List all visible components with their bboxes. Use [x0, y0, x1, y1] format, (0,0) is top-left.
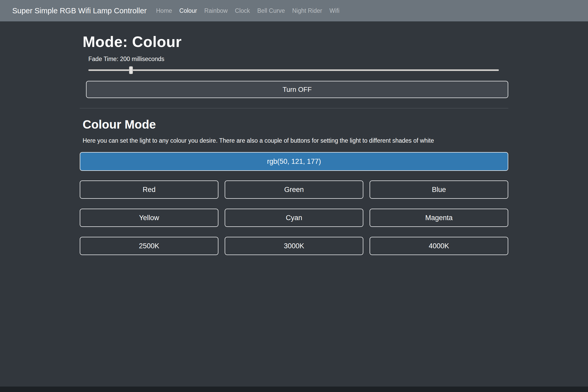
preset-4000k-button[interactable]: 4000K	[370, 237, 508, 255]
bottom-strip	[0, 387, 588, 392]
preset-magenta-button[interactable]: Magenta	[370, 209, 508, 227]
navbar-brand[interactable]: Super Simple RGB Wifi Lamp Controller	[12, 7, 147, 15]
preset-green-button[interactable]: Green	[225, 180, 363, 199]
nav-item-night-rider[interactable]: Night Rider	[289, 5, 326, 17]
colour-mode-title: Colour Mode	[80, 117, 508, 131]
nav-links: Home Colour Rainbow Clock Bell Curve Nig…	[152, 5, 343, 17]
navbar: Super Simple RGB Wifi Lamp Controller Ho…	[0, 0, 588, 21]
nav-item-rainbow[interactable]: Rainbow	[201, 5, 231, 17]
preset-3000k-button[interactable]: 3000K	[225, 237, 363, 255]
turn-off-button[interactable]: Turn OFF	[86, 81, 508, 98]
nav-item-clock[interactable]: Clock	[231, 5, 254, 17]
preset-cyan-button[interactable]: Cyan	[225, 209, 363, 227]
preset-blue-button[interactable]: Blue	[370, 180, 508, 199]
fade-time-slider[interactable]	[88, 66, 499, 74]
nav-item-home[interactable]: Home	[152, 5, 176, 17]
preset-red-button[interactable]: Red	[80, 180, 218, 199]
preset-2500k-button[interactable]: 2500K	[80, 237, 218, 255]
section-divider	[80, 108, 508, 108]
preset-grid: Red Green Blue Yellow Cyan Magenta 2500K…	[80, 180, 508, 255]
page-title: Mode: Colour	[80, 33, 508, 50]
nav-item-colour[interactable]: Colour	[176, 5, 201, 17]
nav-item-wifi[interactable]: Wifi	[326, 5, 343, 17]
main-content: Mode: Colour Fade Time: 200 milliseconds…	[0, 21, 588, 255]
colour-display-button[interactable]: rgb(50, 121, 177)	[80, 152, 508, 171]
preset-yellow-button[interactable]: Yellow	[80, 209, 218, 227]
colour-mode-description: Here you can set the light to any colour…	[80, 137, 508, 144]
nav-item-bell-curve[interactable]: Bell Curve	[254, 5, 289, 17]
fade-time-label: Fade Time: 200 milliseconds	[88, 56, 508, 63]
fade-time-group: Fade Time: 200 milliseconds	[80, 56, 508, 74]
